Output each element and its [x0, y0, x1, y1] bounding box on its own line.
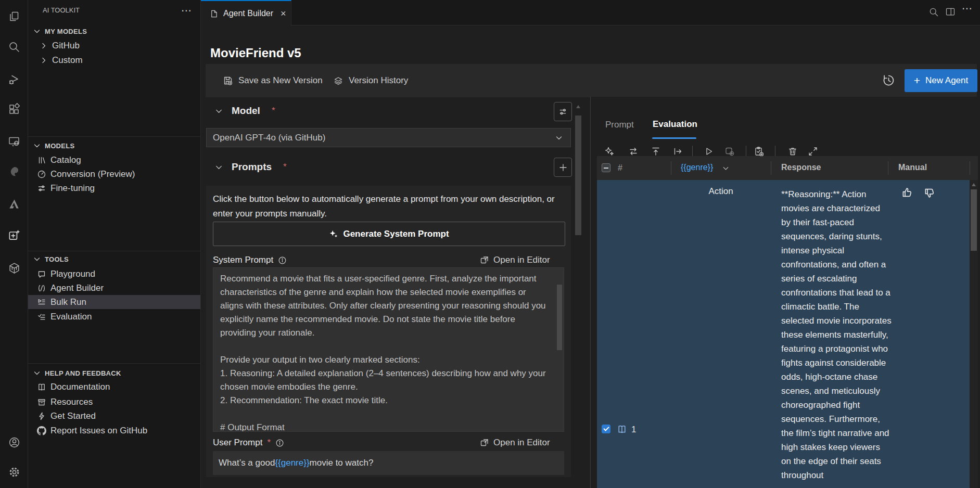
col-response: Response [781, 163, 821, 172]
sidebar-item-evaluation[interactable]: Evaluation [28, 310, 200, 324]
chevron-down-icon[interactable] [722, 164, 730, 172]
system-prompt-label: System Prompt [213, 255, 287, 265]
clipboard-add-icon[interactable] [753, 146, 765, 157]
column-divider[interactable] [970, 161, 970, 175]
tune-sliders-icon [558, 107, 568, 117]
col-manual: Manual [898, 163, 927, 172]
column-divider[interactable] [671, 161, 671, 175]
add-prompt-button[interactable] [554, 158, 572, 177]
select-all-checkbox[interactable] [602, 163, 610, 172]
row-index: 1 [631, 425, 636, 435]
sidebar-item-playground[interactable]: Playground [28, 267, 200, 281]
editor-tab-bar: Agent Builder × ⋯ [201, 0, 980, 25]
user-prompt-input[interactable]: What’s a good {{genre}} movie to watch? [213, 451, 564, 475]
column-divider[interactable] [771, 161, 771, 175]
gauge-icon [37, 170, 46, 179]
row-checkbox[interactable] [602, 425, 610, 433]
tab-prompt[interactable]: Prompt [605, 120, 634, 130]
remote-explorer-icon[interactable] [7, 135, 21, 148]
section-help-feedback[interactable]: HELP AND FEEDBACK [28, 366, 200, 380]
info-icon[interactable] [275, 439, 284, 447]
new-agent-button[interactable]: + New Agent [905, 69, 977, 92]
container-icon[interactable] [7, 261, 21, 275]
sidebar-item-github[interactable]: GitHub [28, 38, 200, 53]
plus-icon: + [914, 74, 920, 87]
sidebar-item-custom[interactable]: Custom [28, 53, 200, 67]
info-icon[interactable] [278, 256, 287, 265]
sidebar-item-bulk-run[interactable]: Bulk Run [28, 295, 200, 309]
version-history-button[interactable]: Version History [333, 75, 408, 86]
form-scrollbar[interactable] [575, 99, 582, 488]
model-settings-button[interactable] [554, 102, 572, 121]
system-prompt-textarea[interactable]: Recommend a movie that fits a user-speci… [213, 267, 564, 432]
sidebar-item-get-started[interactable]: Get Started [28, 409, 200, 423]
azure-icon[interactable] [7, 197, 21, 211]
extensions-icon[interactable] [7, 102, 21, 116]
layers-icon [333, 75, 343, 86]
tab-evaluation[interactable]: Evaluation [653, 119, 697, 130]
export-icon[interactable] [672, 146, 683, 157]
section-divider [28, 251, 200, 251]
search-editor-icon[interactable] [928, 7, 939, 17]
zap-icon [37, 412, 46, 421]
sidebar-item-catalog[interactable]: Catalog [28, 153, 200, 167]
chevron-down-icon [555, 134, 563, 142]
prompts-hint-text: Click the button below to automatically … [213, 192, 564, 221]
settings-gear-icon[interactable] [7, 465, 21, 479]
sidebar-more-icon[interactable]: ⋯ [181, 4, 192, 17]
table-scrollbar[interactable] [970, 180, 978, 488]
more-actions-icon[interactable]: ⋯ [962, 2, 972, 15]
sidebar-item-conversion[interactable]: Conversion (Preview) [28, 167, 200, 181]
chevron-right-icon [40, 56, 48, 65]
run-all-icon[interactable] [724, 146, 735, 157]
ai-toolkit-icon[interactable] [7, 228, 21, 242]
prompts-section-header[interactable]: Prompts* [214, 161, 287, 173]
section-tools[interactable]: TOOLS [28, 252, 200, 266]
history-icon[interactable] [882, 73, 896, 87]
account-icon[interactable] [7, 435, 21, 449]
thumbs-down-icon[interactable] [924, 188, 935, 199]
save-icon [223, 75, 233, 86]
section-divider [28, 136, 200, 137]
close-icon[interactable]: × [281, 8, 286, 19]
explorer-icon[interactable] [7, 10, 21, 23]
model-section-header[interactable]: Model* [214, 105, 275, 117]
table-row[interactable]: 1 Action **Reasoning:** Action movies ar… [597, 180, 970, 488]
tab-agent-builder[interactable]: Agent Builder × [201, 0, 291, 26]
model-select[interactable]: OpenAI GPT-4o (via GitHub) [206, 128, 571, 147]
search-icon[interactable] [7, 40, 21, 54]
chevron-down-icon [33, 142, 41, 150]
run-icon[interactable] [703, 146, 715, 157]
thumbs-up-icon[interactable] [901, 187, 912, 198]
layout-icon[interactable] [945, 7, 956, 17]
run-debug-icon[interactable] [7, 73, 21, 86]
section-models[interactable]: MODELS [28, 139, 200, 152]
chevron-down-icon [214, 163, 223, 172]
textarea-scrollbar[interactable] [557, 269, 562, 430]
evaluation-panel: Prompt Evaluation [590, 97, 980, 488]
open-system-prompt-in-editor[interactable]: Open in Editor [480, 255, 550, 265]
save-as-new-version-button[interactable]: Save as New Version [223, 75, 323, 86]
col-genre[interactable]: {{genre}} [681, 163, 713, 172]
section-my-models[interactable]: MY MODELS [28, 24, 200, 38]
sidebar-item-resources[interactable]: Resources [28, 395, 200, 409]
sidebar-item-fine-tuning[interactable]: Fine-tuning [28, 181, 200, 195]
user-prompt-label: User Prompt * [213, 438, 284, 448]
column-divider[interactable] [888, 161, 888, 175]
sidebar-item-documentation[interactable]: Documentation [28, 380, 200, 394]
vscode-window: AI TOOLKIT ⋯ MY MODELS GitHub Custom MOD… [0, 0, 980, 488]
sidebar-item-agent-builder[interactable]: Agent Builder [28, 281, 200, 295]
extension-logo-icon[interactable] [7, 165, 21, 178]
expand-icon[interactable] [807, 146, 819, 157]
sidebar-item-report-issues[interactable]: Report Issues on GitHub [28, 423, 200, 438]
chevron-right-icon [40, 42, 48, 50]
trash-icon[interactable] [787, 146, 798, 157]
open-user-prompt-in-editor[interactable]: Open in Editor [480, 438, 550, 448]
toolbar-separator [746, 146, 746, 157]
generate-system-prompt-button[interactable]: Generate System Prompt [213, 222, 565, 246]
sparkle-eval-icon[interactable] [604, 146, 615, 157]
book-icon[interactable] [617, 424, 627, 434]
swap-icon[interactable] [628, 146, 639, 157]
genre-variable: {{genre}} [275, 458, 309, 468]
import-icon[interactable] [650, 146, 661, 157]
